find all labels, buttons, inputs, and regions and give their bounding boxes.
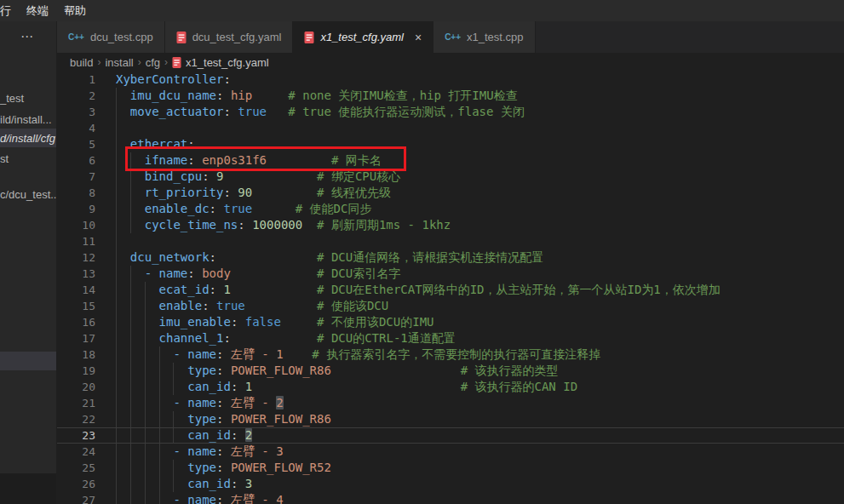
gutter-line-number[interactable]: 25 bbox=[57, 460, 95, 476]
code-line[interactable]: 4 bbox=[57, 120, 844, 136]
code-line-text: - name: body # DCU索引名字 bbox=[116, 266, 400, 282]
sidebar-row[interactable]: c/dcu_test... bbox=[0, 186, 57, 202]
code-line[interactable]: 27 - name: 左臂 - 4 bbox=[57, 492, 844, 504]
code-line[interactable]: 17 channel_1: # DCU的CTRL-1通道配置 bbox=[57, 330, 844, 346]
code-line[interactable]: 19 type: POWER_FLOW_R86 # 该执行器的类型 bbox=[57, 363, 844, 379]
breadcrumb-file[interactable]: x1_test_cfg.yaml bbox=[172, 56, 269, 69]
breadcrumb-item[interactable]: cfg bbox=[146, 56, 160, 69]
code-line[interactable]: 24 - name: 左臂 - 3 bbox=[57, 444, 844, 460]
more-actions-icon[interactable]: ⋯ bbox=[20, 29, 34, 44]
gutter-line-number[interactable]: 9 bbox=[57, 201, 95, 217]
gutter-line-number[interactable]: 24 bbox=[57, 444, 95, 460]
sidebar-row[interactable]: _test bbox=[0, 90, 57, 106]
code-token: # DCU的CTRL-1通道配置 bbox=[317, 331, 456, 345]
gutter-line-number[interactable]: 18 bbox=[57, 346, 95, 363]
code-token bbox=[116, 299, 159, 312]
code-line[interactable]: 11 bbox=[57, 233, 844, 249]
code-line-text: - name: 左臂 - 4 bbox=[116, 492, 284, 504]
gutter-line-number[interactable]: 22 bbox=[57, 411, 95, 427]
gutter-line-number[interactable]: 17 bbox=[57, 330, 95, 346]
code-token bbox=[116, 315, 159, 329]
code-token bbox=[223, 347, 230, 361]
code-token bbox=[267, 153, 331, 167]
code-line[interactable]: 7 bind_cpu: 9 # 绑定CPU核心 bbox=[57, 169, 844, 185]
tab-bar: C++dcu_test.cppdcu_test_cfg.yamlx1_test_… bbox=[57, 21, 844, 53]
gutter-line-number[interactable]: 11 bbox=[57, 233, 95, 249]
code-line-text: - name: 左臂 - 2 bbox=[116, 395, 284, 411]
code-token: : bbox=[202, 169, 209, 183]
gutter-line-number[interactable]: 21 bbox=[57, 395, 95, 411]
code-line-text: - name: 左臂 - 3 bbox=[116, 444, 284, 460]
code-token bbox=[116, 105, 130, 118]
code-line[interactable]: 21 - name: 左臂 - 2 bbox=[57, 395, 844, 411]
code-line[interactable]: 1XyberController: bbox=[57, 72, 844, 88]
gutter-line-number[interactable]: 12 bbox=[57, 249, 95, 266]
gutter-line-number[interactable]: 27 bbox=[57, 492, 95, 504]
sidebar-row[interactable]: d/install/cfg bbox=[0, 129, 57, 147]
gutter-line-number[interactable]: 19 bbox=[57, 363, 95, 379]
code-line[interactable]: 16 imu_enable: false # 不使用该DCU的IMU bbox=[57, 314, 844, 330]
sidebar-row[interactable] bbox=[0, 352, 57, 370]
code-token: # 该执行器的类型 bbox=[461, 364, 559, 377]
tab-dcu_test-cpp[interactable]: C++dcu_test.cpp bbox=[57, 21, 165, 53]
tab-x1_test-cpp[interactable]: C++x1_test.cpp bbox=[433, 21, 535, 53]
menu-item-1[interactable]: 行 bbox=[0, 0, 19, 21]
code-line[interactable]: 2 imu_dcu_name: hip # none 关闭IMU检查，hip 打… bbox=[57, 88, 844, 104]
gutter-line-number[interactable]: 6 bbox=[57, 152, 95, 169]
code-token bbox=[116, 169, 145, 183]
code-token: 1000000 bbox=[252, 218, 302, 232]
code-line[interactable]: 10 cycle_time_ns: 1000000 # 刷新周期1ms - 1k… bbox=[57, 217, 844, 233]
tab-label: x1_test_cfg.yaml bbox=[320, 31, 404, 43]
gutter-line-number[interactable]: 15 bbox=[57, 298, 95, 314]
code-line[interactable]: 12 dcu_network: # DCU通信网络，请根据实机连接情况配置 bbox=[57, 249, 844, 266]
gutter-line-number[interactable]: 23 bbox=[57, 427, 95, 444]
gutter-line-number[interactable]: 2 bbox=[57, 88, 95, 104]
gutter-line-number[interactable]: 20 bbox=[57, 379, 95, 395]
editor[interactable]: 1XyberController:2 imu_dcu_name: hip # n… bbox=[57, 72, 844, 504]
sidebar-row[interactable]: st bbox=[0, 151, 57, 166]
code-line[interactable]: 3 move_actuator: true # true 使能执行器运动测试，f… bbox=[57, 104, 844, 120]
code-line[interactable]: 8 rt_priority: 90 # 线程优先级 bbox=[57, 185, 844, 201]
menu-item-2[interactable]: 终端 bbox=[19, 0, 56, 21]
code-line[interactable]: 9 enable_dc: true # 使能DC同步 bbox=[57, 201, 844, 217]
menu-item-3[interactable]: 帮助 bbox=[56, 0, 94, 21]
code-line[interactable]: 25 type: POWER_FLOW_R52 bbox=[57, 460, 844, 476]
gutter-line-number[interactable]: 10 bbox=[57, 217, 95, 233]
tab-dcu_test_cfg-yaml[interactable]: dcu_test_cfg.yaml bbox=[165, 21, 294, 53]
code-token: : bbox=[238, 218, 244, 232]
gutter-line-number[interactable]: 26 bbox=[57, 476, 95, 492]
code-line[interactable]: 23 can_id: 2 bbox=[57, 427, 844, 444]
gutter-line-number[interactable]: 14 bbox=[57, 282, 95, 298]
gutter-line-number[interactable]: 16 bbox=[57, 314, 95, 330]
gutter-line-number[interactable]: 13 bbox=[57, 266, 95, 282]
code-line[interactable]: 5 ethercat: bbox=[57, 136, 844, 152]
gutter-line-number[interactable]: 4 bbox=[57, 120, 95, 136]
gutter-line-number[interactable]: 8 bbox=[57, 185, 95, 201]
sidebar-row[interactable]: ild/install... bbox=[0, 112, 57, 127]
code-token: enable bbox=[159, 299, 203, 312]
close-icon[interactable]: × bbox=[415, 32, 422, 43]
gutter-line-number[interactable]: 5 bbox=[57, 136, 95, 152]
code-token bbox=[245, 299, 317, 312]
code-token: name bbox=[187, 347, 216, 361]
tab-x1_test_cfg-yaml[interactable]: x1_test_cfg.yaml× bbox=[293, 21, 433, 53]
code-line[interactable]: 20 can_id: 1 # 该执行器的CAN ID bbox=[57, 379, 844, 395]
code-line[interactable]: 22 type: POWER_FLOW_R86 bbox=[57, 411, 844, 427]
gutter-line-number[interactable]: 1 bbox=[57, 72, 95, 88]
code-line[interactable]: 6 ifname: enp0s31f6 # 网卡名 bbox=[57, 152, 844, 169]
code-line[interactable]: 15 enable: true # 使能该DCU bbox=[57, 298, 844, 314]
code-token: false bbox=[245, 315, 281, 329]
breadcrumb-item[interactable]: install bbox=[105, 56, 133, 69]
code-token: POWER_FLOW_R52 bbox=[231, 461, 331, 474]
breadcrumb-item[interactable]: build bbox=[70, 56, 93, 69]
code-line[interactable]: 18 - name: 左臂 - 1 # 执行器索引名字，不需要控制的执行器可直接… bbox=[57, 346, 844, 363]
gutter-line-number[interactable]: 7 bbox=[57, 169, 95, 185]
code-line-text: can_id: 1 # 该执行器的CAN ID bbox=[116, 379, 577, 395]
code-line[interactable]: 13 - name: body # DCU索引名字 bbox=[57, 266, 844, 282]
code-line[interactable]: 26 can_id: 3 bbox=[57, 476, 844, 492]
code-token bbox=[331, 364, 461, 377]
gutter-line-number[interactable]: 3 bbox=[57, 104, 95, 120]
code-token bbox=[238, 315, 244, 329]
code-line[interactable]: 14 ecat_id: 1 # DCU在EtherCAT网络中的ID，从主站开始… bbox=[57, 282, 844, 298]
code-token bbox=[252, 202, 296, 215]
